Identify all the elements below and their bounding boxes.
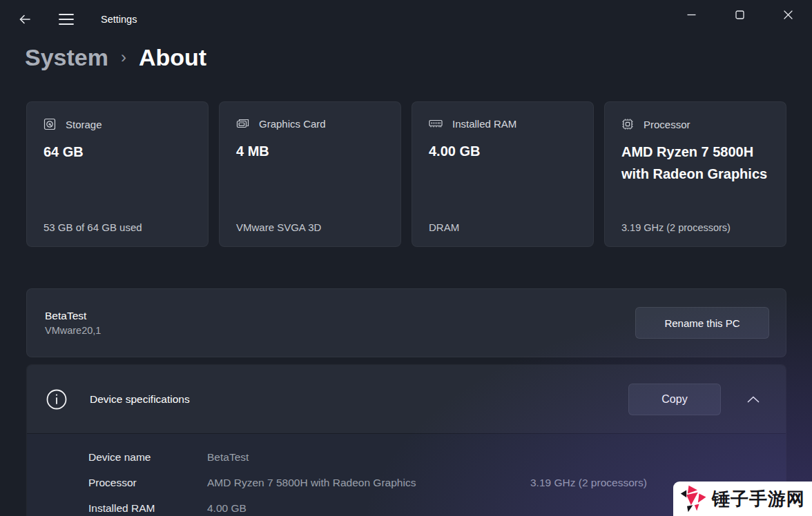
device-specifications-body: Device name BetaTest Processor AMD Ryzen…: [27, 434, 786, 516]
back-button[interactable]: [11, 6, 39, 33]
installed-ram-header: Installed RAM: [429, 118, 577, 130]
maximize-button[interactable]: [715, 0, 764, 29]
storage-icon: [44, 118, 56, 130]
chevron-up-icon: [747, 396, 760, 403]
minimize-button[interactable]: [667, 0, 715, 29]
installed-ram-label: Installed RAM: [452, 118, 516, 130]
titlebar: Settings: [0, 0, 812, 39]
rename-pc-button[interactable]: Rename this PC: [635, 307, 769, 339]
storage-card-value: 64 GB: [44, 141, 191, 163]
device-model: VMware20,1: [45, 325, 635, 336]
window-controls: [667, 0, 812, 29]
processor-value: AMD Ryzen 7 5800H with Radeon Graphics: [621, 141, 769, 186]
device-name-row: BetaTest VMware20,1 Rename this PC: [26, 288, 786, 357]
app-title: Settings: [101, 0, 137, 39]
spec-row-installed-ram: Installed RAM 4.00 GB: [27, 495, 786, 516]
storage-card-label: Storage: [66, 119, 102, 130]
device-specifications-header[interactable]: Device specifications Copy: [27, 365, 786, 434]
cpu-icon: [621, 118, 634, 130]
graphics-card-header: Graphics Card: [236, 118, 384, 130]
info-icon: [46, 389, 67, 410]
device-identity: BetaTest VMware20,1: [45, 310, 635, 336]
breadcrumb-system[interactable]: System: [25, 44, 108, 71]
graphics-card-label: Graphics Card: [259, 118, 326, 130]
graphics-card-detail: VMware SVGA 3D: [236, 221, 388, 233]
spec-label: Installed RAM: [88, 502, 207, 515]
maximize-icon: [735, 10, 744, 19]
gpu-icon: [236, 118, 249, 130]
close-icon: [784, 10, 793, 19]
back-arrow-icon: [18, 12, 32, 26]
watermark-badge: 锤子手游网: [673, 482, 812, 516]
hamburger-menu-button[interactable]: [52, 6, 80, 33]
device-specifications-expander: Device specifications Copy Device name B…: [26, 364, 786, 516]
breadcrumb-chevron-icon: ›: [121, 48, 126, 67]
processor-header: Processor: [621, 118, 769, 130]
spec-row-device-name: Device name BetaTest: [27, 444, 786, 470]
graphics-card-value: 4 MB: [236, 140, 384, 162]
hamburger-icon: [59, 13, 74, 26]
processor-label: Processor: [644, 119, 690, 130]
processor-card: Processor AMD Ryzen 7 5800H with Radeon …: [604, 101, 786, 247]
installed-ram-value: 4.00 GB: [429, 140, 577, 162]
copy-button[interactable]: Copy: [628, 384, 721, 415]
storage-card-header: Storage: [44, 118, 191, 130]
watermark-text: 锤子手游网: [712, 490, 805, 508]
storage-card-detail: 53 GB of 64 GB used: [44, 221, 195, 233]
processor-detail: 3.19 GHz (2 processors): [621, 222, 773, 233]
spec-label: Device name: [88, 451, 207, 464]
collapse-button[interactable]: [742, 388, 765, 411]
ram-icon: [429, 119, 443, 129]
page-title: About: [139, 44, 206, 71]
watermark-star-logo-icon: [680, 484, 708, 514]
minimize-icon: [687, 10, 696, 19]
breadcrumb: System › About: [25, 44, 206, 71]
spec-value: 4.00 GB: [207, 502, 530, 515]
device-specifications-title: Device specifications: [90, 393, 628, 406]
summary-cards: Storage 64 GB 53 GB of 64 GB used Graphi…: [26, 101, 786, 247]
installed-ram-card: Installed RAM 4.00 GB DRAM: [412, 101, 594, 247]
device-name: BetaTest: [45, 310, 635, 322]
spec-value: BetaTest: [207, 451, 530, 464]
settings-window: Settings System › About Storage 64 GB 53: [0, 0, 812, 516]
spec-value: AMD Ryzen 7 5800H with Radeon Graphics: [207, 477, 530, 489]
installed-ram-detail: DRAM: [429, 221, 581, 233]
spec-row-processor: Processor AMD Ryzen 7 5800H with Radeon …: [27, 470, 786, 495]
storage-card: Storage 64 GB 53 GB of 64 GB used: [26, 101, 209, 247]
close-button[interactable]: [764, 0, 812, 29]
graphics-card-card: Graphics Card 4 MB VMware SVGA 3D: [219, 101, 401, 247]
spec-label: Processor: [88, 477, 207, 489]
